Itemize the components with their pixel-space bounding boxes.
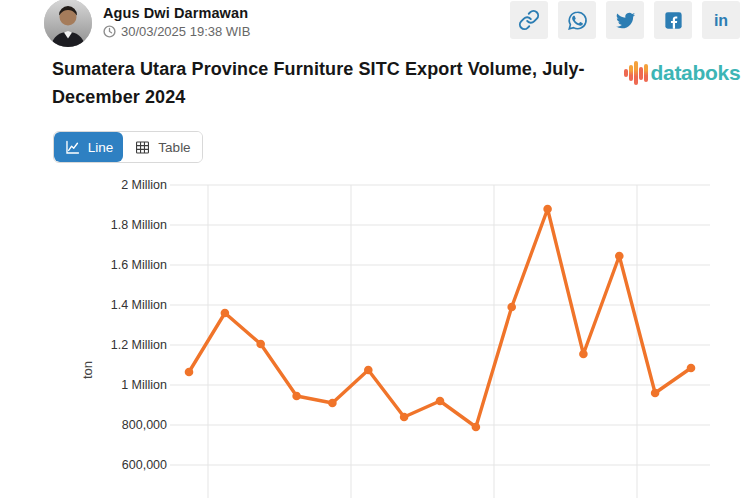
twitter-icon: [614, 9, 637, 32]
share-whatsapp-button[interactable]: [558, 1, 596, 39]
table-icon: [134, 139, 151, 156]
avatar-photo: [44, 0, 92, 47]
svg-text:1.2 Million: 1.2 Million: [111, 338, 167, 352]
svg-text:2 Million: 2 Million: [121, 178, 167, 192]
whatsapp-icon: [566, 9, 589, 32]
share-copy-link-button[interactable]: [510, 1, 548, 39]
author-avatar: [44, 0, 92, 47]
databoks-logo[interactable]: databoks: [624, 60, 740, 86]
svg-text:ton: ton: [80, 361, 95, 379]
author-name: Agus Dwi Darmawan: [103, 5, 248, 21]
line-chart-svg: 2 Million1.8 Million1.6 Million1.4 Milli…: [0, 170, 753, 498]
svg-text:1.6 Million: 1.6 Million: [111, 258, 167, 272]
tab-table-label: Table: [158, 140, 190, 155]
page-title: Sumatera Utara Province Furniture SITC E…: [52, 56, 627, 111]
svg-text:in: in: [714, 12, 728, 29]
clock-icon: [103, 25, 116, 38]
svg-text:1.4 Million: 1.4 Million: [111, 298, 167, 312]
svg-text:600,000: 600,000: [122, 458, 167, 472]
share-twitter-button[interactable]: [606, 1, 644, 39]
publish-meta: 30/03/2025 19:38 WIB: [103, 24, 250, 39]
databoks-logo-text: databoks: [651, 61, 741, 85]
databoks-logo-icon: [624, 60, 648, 86]
svg-text:1 Million: 1 Million: [121, 378, 167, 392]
page-title-line-1: Sumatera Utara Province Furniture SITC E…: [52, 56, 627, 84]
export-volume-line-chart: 2 Million1.8 Million1.6 Million1.4 Milli…: [0, 170, 753, 498]
tab-line[interactable]: Line: [54, 132, 123, 162]
svg-text:1.8 Million: 1.8 Million: [111, 218, 167, 232]
link-icon: [518, 9, 540, 31]
line-chart-icon: [64, 139, 81, 156]
page-title-line-2: December 2024: [52, 84, 627, 112]
tab-table[interactable]: Table: [123, 132, 202, 162]
chart-type-toggle: Line Table: [53, 131, 203, 163]
facebook-icon: [662, 9, 685, 32]
publish-timestamp: 30/03/2025 19:38 WIB: [121, 24, 250, 39]
share-linkedin-button[interactable]: in: [702, 1, 740, 39]
share-facebook-button[interactable]: [654, 1, 692, 39]
linkedin-icon: in: [709, 8, 733, 32]
svg-text:800,000: 800,000: [122, 418, 167, 432]
tab-line-label: Line: [88, 140, 114, 155]
